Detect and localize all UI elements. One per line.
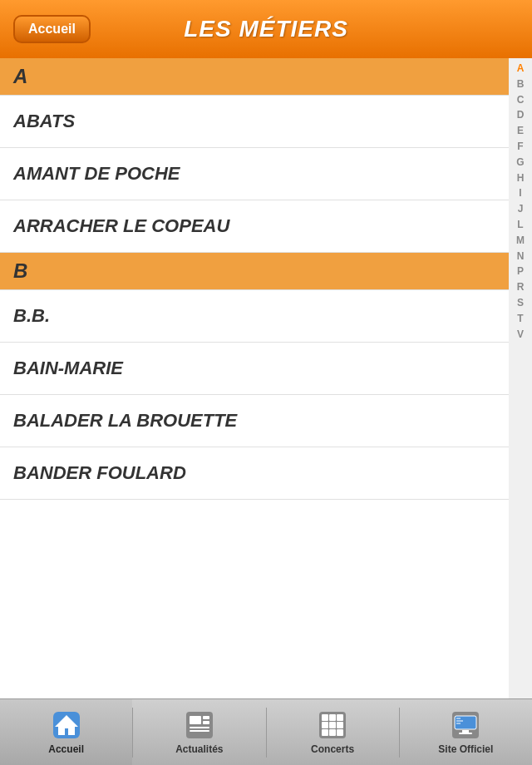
grid-icon [318, 710, 347, 740]
section-header-A: A [0, 58, 509, 96]
list-container: AABATSAMANT DE POCHEARRACHER LE COPEAUBB… [0, 58, 509, 698]
tab-site-officiel[interactable]: Site Officiel [400, 699, 532, 765]
home-icon [52, 710, 81, 740]
alpha-letter-B[interactable]: B [512, 77, 529, 91]
tab-label: Actualités [175, 743, 223, 755]
accueil-button[interactable]: Accueil [13, 15, 91, 43]
tab-label: Accueil [48, 743, 84, 755]
svg-rect-17 [337, 729, 343, 736]
svg-rect-2 [186, 712, 213, 738]
svg-rect-3 [190, 716, 201, 724]
svg-rect-21 [462, 730, 469, 733]
svg-rect-15 [322, 729, 328, 736]
svg-rect-6 [203, 716, 209, 719]
alpha-letter-V[interactable]: V [512, 328, 529, 342]
svg-rect-12 [322, 722, 328, 728]
alpha-letter-R[interactable]: R [512, 280, 529, 294]
svg-rect-11 [337, 714, 343, 721]
alpha-letter-T[interactable]: T [512, 312, 529, 326]
svg-rect-19 [455, 716, 476, 729]
svg-rect-4 [190, 727, 209, 728]
monitor-icon [451, 710, 480, 740]
list-item[interactable]: ABATS [0, 96, 509, 148]
alpha-letter-M[interactable]: M [512, 234, 529, 248]
list-item[interactable]: BANDER FOULARD [0, 447, 509, 500]
svg-rect-22 [459, 733, 472, 734]
alpha-letter-D[interactable]: D [512, 108, 529, 122]
header: Accueil LES MÉTIERS [0, 0, 532, 58]
list-item[interactable]: BAIN-MARIE [0, 343, 509, 395]
svg-rect-5 [190, 730, 209, 732]
section-header-B: B [0, 253, 509, 290]
alpha-letter-G[interactable]: G [512, 155, 529, 170]
list-item[interactable]: BALADER LA BROUETTE [0, 395, 509, 447]
list-item[interactable]: ARRACHER LE COPEAU [0, 200, 509, 253]
svg-rect-10 [329, 714, 336, 721]
alpha-letter-L[interactable]: L [512, 218, 529, 232]
newspaper-icon [185, 710, 214, 740]
alphabet-sidebar: ABCDEFGHIJLMNPRSTV [509, 58, 532, 698]
alpha-letter-I[interactable]: I [512, 186, 529, 200]
list-item[interactable]: B.B. [0, 290, 509, 343]
svg-rect-13 [329, 722, 336, 728]
alpha-letter-S[interactable]: S [512, 296, 529, 310]
list-item[interactable]: AMANT DE POCHE [0, 148, 509, 200]
alpha-letter-J[interactable]: J [512, 202, 529, 216]
alpha-letter-A[interactable]: A [512, 62, 529, 76]
alpha-letter-C[interactable]: C [512, 93, 529, 107]
alpha-letter-E[interactable]: E [512, 124, 529, 138]
page-title: LES MÉTIERS [184, 16, 348, 42]
alpha-letter-P[interactable]: P [512, 264, 529, 279]
tab-label: Site Officiel [438, 743, 493, 755]
tab-label: Concerts [311, 743, 354, 755]
tab-actualités[interactable]: Actualités [133, 699, 265, 765]
alpha-letter-N[interactable]: N [512, 249, 529, 264]
svg-rect-7 [203, 721, 209, 724]
alpha-letter-F[interactable]: F [512, 140, 529, 154]
svg-rect-16 [329, 729, 336, 736]
tab-bar: Accueil Actualités Concerts [0, 698, 532, 765]
svg-rect-9 [322, 714, 328, 721]
tab-concerts[interactable]: Concerts [267, 699, 399, 765]
svg-rect-14 [337, 722, 343, 728]
alpha-letter-H[interactable]: H [512, 171, 529, 185]
tab-accueil[interactable]: Accueil [0, 699, 132, 765]
